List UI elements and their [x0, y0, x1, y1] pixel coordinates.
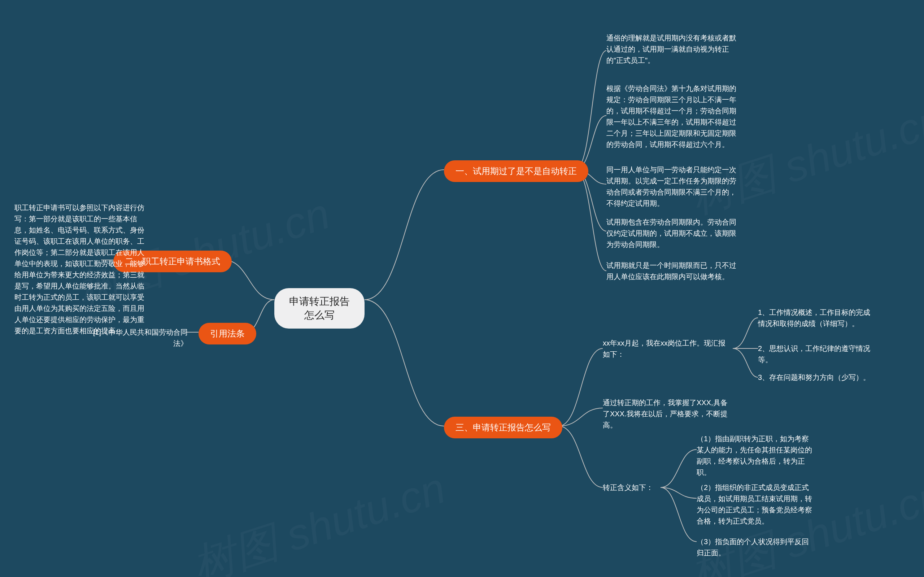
branch-1-leaf-0: 通俗的理解就是试用期内没有考核或者默认通过的，试用期一满就自动视为转正的"正式员… [606, 32, 736, 66]
branch-3-leaf-2: 通过转正期的工作，我掌握了XXX,具备了XXX.我将在以后，严格要求，不断提高。 [603, 397, 729, 431]
branch-1-leaf-2: 同一用人单位与同一劳动者只能约定一次试用期。以完成一定工作任务为期限的劳动合同或… [606, 164, 736, 209]
branch-law[interactable]: 引用法条 [199, 323, 256, 345]
root-node[interactable]: 申请转正报告怎么写 [274, 288, 365, 329]
branch-3-leaf-3-sub-1: （2）指组织的非正式成员变成正式成员，如试用期员工结束试用期，转为公司的正式员工… [697, 482, 812, 527]
branch-1-leaf-1: 根据《劳动合同法》第十九条对试用期的规定：劳动合同期限三个月以上不满一年的，试用… [606, 83, 736, 150]
branch-1-leaf-3: 试用期包含在劳动合同期限内。劳动合同仅约定试用期的，试用期不成立，该期限为劳动合… [606, 217, 736, 250]
branch-3-leaf-3-sub-0: （1）指由副职转为正职，如为考察某人的能力，先任命其担任某岗位的副职，经考察认为… [697, 433, 812, 478]
branch-3-leaf-3: 转正含义如下： [603, 482, 653, 493]
branch-2-leaf: 职工转正申请书可以参照以下内容进行仿写：第一部分就是该职工的一些基本信息，如姓名… [14, 202, 148, 337]
branch-3-leaf-1-sub-0: 1、工作情况概述，工作目标的完成情况和取得的成绩（详细写）。 [758, 307, 873, 329]
watermark-3: 树图 shutu.cn [185, 459, 453, 577]
root-title: 申请转正报告怎么写 [287, 295, 352, 322]
branch-3-label: 三、申请转正报告怎么写 [455, 422, 551, 433]
branch-1-label: 一、试用期过了是不是自动转正 [455, 165, 577, 177]
branch-3-leaf-1-sub-1: 2、思想认识，工作纪律的遵守情况等。 [758, 343, 873, 366]
branch-1[interactable]: 一、试用期过了是不是自动转正 [444, 160, 588, 182]
branch-3[interactable]: 三、申请转正报告怎么写 [444, 417, 562, 438]
branch-law-label: 引用法条 [210, 328, 245, 339]
branch-3-leaf-1-sub-2: 3、存在问题和努力方向（少写）。 [758, 372, 870, 383]
branch-3-leaf-1: xx年xx月起，我在xx岗位工作。现汇报如下： [603, 338, 729, 360]
branch-3-leaf-3-sub-2: （3）指负面的个人状况得到平反回归正面。 [697, 536, 812, 559]
branch-1-leaf-4: 试用期就只是一个时间期限而已，只不过用人单位应该在此期限内可以做考核。 [606, 260, 736, 282]
branch-law-leaf: [1]《中华人民共和国劳动合同法》 [83, 327, 188, 349]
